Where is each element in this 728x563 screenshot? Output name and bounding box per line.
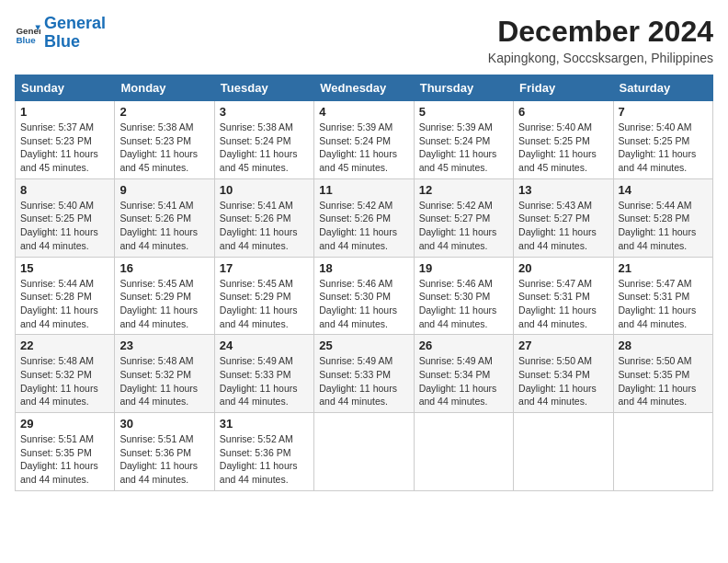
calendar-cell: 16 Sunrise: 5:45 AM Sunset: 5:29 PM Dayl… [115,257,214,335]
day-number: 6 [518,105,608,119]
calendar-cell: 1 Sunrise: 5:37 AM Sunset: 5:23 PM Dayli… [16,101,115,179]
calendar-cell: 19 Sunrise: 5:46 AM Sunset: 5:30 PM Dayl… [414,257,513,335]
day-info: Sunrise: 5:51 AM Sunset: 5:35 PM Dayligh… [20,432,109,487]
logo-text: GeneralBlue [44,15,106,52]
calendar-cell [514,413,613,491]
day-info: Sunrise: 5:39 AM Sunset: 5:24 PM Dayligh… [419,121,508,175]
day-info: Sunrise: 5:38 AM Sunset: 5:24 PM Dayligh… [220,121,309,175]
calendar-week-row: 15 Sunrise: 5:44 AM Sunset: 5:28 PM Dayl… [16,257,713,335]
calendar-cell: 4 Sunrise: 5:39 AM Sunset: 5:24 PM Dayli… [314,101,414,179]
day-number: 25 [319,339,408,352]
calendar-cell: 24 Sunrise: 5:49 AM Sunset: 5:33 PM Dayl… [214,335,313,413]
calendar-cell: 23 Sunrise: 5:48 AM Sunset: 5:32 PM Dayl… [115,335,214,413]
day-number: 5 [419,105,508,119]
day-info: Sunrise: 5:46 AM Sunset: 5:30 PM Dayligh… [419,277,508,331]
day-info: Sunrise: 5:45 AM Sunset: 5:29 PM Dayligh… [119,277,209,331]
day-info: Sunrise: 5:40 AM Sunset: 5:25 PM Dayligh… [518,121,608,175]
calendar-cell: 20 Sunrise: 5:47 AM Sunset: 5:31 PM Dayl… [514,257,613,335]
day-number: 30 [119,417,209,431]
day-number: 15 [20,261,109,275]
calendar-cell: 15 Sunrise: 5:44 AM Sunset: 5:28 PM Dayl… [16,257,115,335]
calendar-cell: 6 Sunrise: 5:40 AM Sunset: 5:25 PM Dayli… [514,101,613,179]
day-number: 3 [220,105,309,119]
day-info: Sunrise: 5:42 AM Sunset: 5:27 PM Dayligh… [419,199,508,253]
calendar-header-saturday: Saturday [613,75,712,101]
day-number: 14 [619,183,708,197]
day-number: 16 [119,261,209,275]
day-number: 11 [319,183,408,197]
day-number: 29 [20,417,109,431]
calendar-cell: 18 Sunrise: 5:46 AM Sunset: 5:30 PM Dayl… [314,257,414,335]
day-info: Sunrise: 5:38 AM Sunset: 5:23 PM Dayligh… [119,121,209,175]
day-info: Sunrise: 5:49 AM Sunset: 5:34 PM Dayligh… [419,354,508,408]
day-number: 13 [518,183,608,197]
day-number: 7 [619,105,708,119]
calendar-cell: 5 Sunrise: 5:39 AM Sunset: 5:24 PM Dayli… [414,101,513,179]
day-info: Sunrise: 5:42 AM Sunset: 5:26 PM Dayligh… [319,199,408,253]
day-info: Sunrise: 5:40 AM Sunset: 5:25 PM Dayligh… [619,121,708,175]
calendar-week-row: 1 Sunrise: 5:37 AM Sunset: 5:23 PM Dayli… [16,101,713,179]
day-info: Sunrise: 5:47 AM Sunset: 5:31 PM Dayligh… [619,277,708,331]
calendar-week-row: 8 Sunrise: 5:40 AM Sunset: 5:25 PM Dayli… [16,178,713,257]
calendar-table: SundayMondayTuesdayWednesdayThursdayFrid… [15,75,713,491]
day-info: Sunrise: 5:49 AM Sunset: 5:33 PM Dayligh… [220,354,309,408]
day-info: Sunrise: 5:41 AM Sunset: 5:26 PM Dayligh… [220,199,309,253]
calendar-cell: 14 Sunrise: 5:44 AM Sunset: 5:28 PM Dayl… [613,178,712,257]
day-info: Sunrise: 5:47 AM Sunset: 5:31 PM Dayligh… [518,277,608,331]
day-number: 27 [518,339,608,352]
day-info: Sunrise: 5:39 AM Sunset: 5:24 PM Dayligh… [319,121,408,175]
calendar-cell: 17 Sunrise: 5:45 AM Sunset: 5:29 PM Dayl… [214,257,313,335]
calendar-cell: 21 Sunrise: 5:47 AM Sunset: 5:31 PM Dayl… [613,257,712,335]
day-number: 18 [319,261,408,275]
calendar-cell: 29 Sunrise: 5:51 AM Sunset: 5:35 PM Dayl… [16,413,115,491]
calendar-cell: 2 Sunrise: 5:38 AM Sunset: 5:23 PM Dayli… [115,101,214,179]
calendar-cell: 10 Sunrise: 5:41 AM Sunset: 5:26 PM Dayl… [214,178,313,257]
day-info: Sunrise: 5:41 AM Sunset: 5:26 PM Dayligh… [119,199,209,253]
day-number: 4 [319,105,408,119]
calendar-cell: 12 Sunrise: 5:42 AM Sunset: 5:27 PM Dayl… [414,178,513,257]
day-number: 10 [220,183,309,197]
day-info: Sunrise: 5:37 AM Sunset: 5:23 PM Dayligh… [20,121,109,175]
calendar-header-wednesday: Wednesday [314,75,414,101]
location-subtitle: Kapingkong, Soccsksargen, Philippines [488,51,713,65]
svg-text:Blue: Blue [16,35,36,45]
day-info: Sunrise: 5:44 AM Sunset: 5:28 PM Dayligh… [619,199,708,253]
calendar-header-friday: Friday [514,75,613,101]
day-number: 8 [20,183,109,197]
day-number: 17 [220,261,309,275]
day-number: 31 [220,417,309,431]
day-number: 28 [619,339,708,352]
calendar-cell [613,413,712,491]
calendar-cell: 13 Sunrise: 5:43 AM Sunset: 5:27 PM Dayl… [514,178,613,257]
calendar-cell: 22 Sunrise: 5:48 AM Sunset: 5:32 PM Dayl… [16,335,115,413]
logo-icon: General Blue [15,20,40,46]
calendar-header-thursday: Thursday [414,75,513,101]
calendar-cell: 25 Sunrise: 5:49 AM Sunset: 5:33 PM Dayl… [314,335,414,413]
calendar-header-tuesday: Tuesday [214,75,313,101]
day-number: 21 [619,261,708,275]
logo: General Blue GeneralBlue [15,15,106,52]
day-info: Sunrise: 5:50 AM Sunset: 5:35 PM Dayligh… [619,354,708,408]
calendar-week-row: 29 Sunrise: 5:51 AM Sunset: 5:35 PM Dayl… [16,413,713,491]
day-info: Sunrise: 5:49 AM Sunset: 5:33 PM Dayligh… [319,354,408,408]
day-number: 19 [419,261,508,275]
day-info: Sunrise: 5:48 AM Sunset: 5:32 PM Dayligh… [20,354,109,408]
calendar-header-sunday: Sunday [16,75,115,101]
title-section: December 2024 Kapingkong, Soccsksargen, … [488,15,713,65]
day-number: 1 [20,105,109,119]
day-info: Sunrise: 5:43 AM Sunset: 5:27 PM Dayligh… [518,199,608,253]
day-info: Sunrise: 5:44 AM Sunset: 5:28 PM Dayligh… [20,277,109,331]
calendar-cell: 7 Sunrise: 5:40 AM Sunset: 5:25 PM Dayli… [613,101,712,179]
day-info: Sunrise: 5:50 AM Sunset: 5:34 PM Dayligh… [518,354,608,408]
calendar-header-row: SundayMondayTuesdayWednesdayThursdayFrid… [16,75,713,101]
day-info: Sunrise: 5:40 AM Sunset: 5:25 PM Dayligh… [20,199,109,253]
day-number: 9 [119,183,209,197]
day-info: Sunrise: 5:48 AM Sunset: 5:32 PM Dayligh… [119,354,209,408]
calendar-cell: 28 Sunrise: 5:50 AM Sunset: 5:35 PM Dayl… [613,335,712,413]
month-year-title: December 2024 [488,15,713,49]
calendar-cell [314,413,414,491]
calendar-cell: 26 Sunrise: 5:49 AM Sunset: 5:34 PM Dayl… [414,335,513,413]
calendar-cell: 9 Sunrise: 5:41 AM Sunset: 5:26 PM Dayli… [115,178,214,257]
calendar-cell: 31 Sunrise: 5:52 AM Sunset: 5:36 PM Dayl… [214,413,313,491]
calendar-week-row: 22 Sunrise: 5:48 AM Sunset: 5:32 PM Dayl… [16,335,713,413]
